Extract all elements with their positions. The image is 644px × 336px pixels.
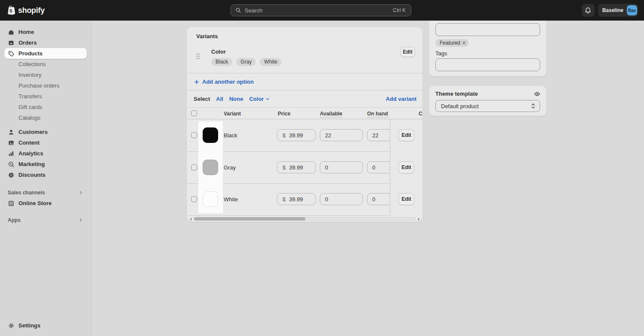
variant-row-gray: Gray $ 39.99 [187, 151, 422, 183]
sidebar-item-label: Purchase orders [18, 82, 59, 89]
sidebar-item-discounts[interactable]: Discounts [4, 170, 87, 180]
sidebar-item-content[interactable]: Content [4, 137, 87, 148]
column-header-on-hand: On hand [367, 111, 388, 118]
sidebar-item-label: Content [18, 139, 39, 146]
row-edit-button[interactable]: Edit [398, 193, 414, 205]
color-swatch-gray [203, 160, 218, 175]
price-input[interactable]: $ 39.99 [277, 193, 316, 205]
row-checkbox[interactable] [191, 164, 197, 170]
logo-wordmark: shopify [18, 6, 45, 15]
sidebar-item-label: Gift cards [18, 104, 43, 110]
sidebar-item-label: Catalogs [18, 115, 40, 121]
sidebar-item-catalogs[interactable]: Catalogs [4, 112, 87, 123]
theme-template-title: Theme template [435, 91, 478, 97]
variant-name: Gray [224, 164, 236, 171]
search-shortcut: Ctrl K [393, 7, 406, 13]
tag-chip-label: Featured [440, 40, 460, 46]
available-input[interactable] [320, 193, 363, 205]
shopify-logo[interactable]: S shopify [6, 0, 45, 21]
row-edit-button[interactable]: Edit [398, 129, 414, 141]
sidebar-item-label: Home [18, 29, 34, 35]
global-search[interactable]: Ctrl K [231, 4, 411, 16]
sidebar-item-marketing[interactable]: Marketing [4, 159, 87, 170]
add-variant-button[interactable]: Add variant [386, 96, 416, 102]
option-edit-button[interactable]: Edit [400, 47, 415, 57]
tags-label: Tags [435, 50, 447, 57]
row-checkbox[interactable] [191, 196, 197, 202]
variant-table-header: Variant Price Available On hand C [187, 107, 422, 119]
sidebar-item-label: Collections [18, 61, 46, 67]
store-avatar: Bas [627, 5, 637, 15]
sidebar-item-settings[interactable]: Settings [4, 320, 87, 331]
sidebar-item-transfers[interactable]: Transfers [4, 91, 87, 102]
remove-tag-icon[interactable] [462, 41, 466, 45]
select-by-option-label: Color [249, 96, 264, 102]
option-values: Black Gray White [211, 58, 282, 66]
horizontal-scrollbar [187, 216, 422, 222]
drag-handle-icon[interactable] [196, 53, 200, 60]
sidebar-item-products[interactable]: Products [4, 48, 87, 59]
sidebar-item-inventory[interactable]: Inventory [4, 70, 87, 80]
notifications-button[interactable] [582, 4, 595, 17]
available-input[interactable] [320, 129, 363, 141]
bell-icon [584, 7, 592, 14]
image-icon [8, 139, 15, 146]
currency-prefix: $ [283, 196, 286, 203]
tags-input[interactable] [435, 58, 540, 71]
search-input[interactable] [245, 7, 389, 14]
currency-prefix: $ [283, 164, 286, 171]
sidebar-section-sales-channels[interactable]: Sales channels [4, 187, 87, 198]
select-all-button[interactable]: All [216, 96, 223, 102]
theme-template-card: Theme template Default product [429, 86, 547, 116]
sidebar-item-customers[interactable]: Customers [4, 127, 87, 137]
sidebar-item-label: Settings [18, 322, 40, 329]
color-swatch-black [203, 127, 218, 143]
sidebar-item-orders[interactable]: Orders [4, 37, 87, 48]
product-type-input[interactable] [435, 23, 540, 36]
price-value: 39.99 [289, 132, 303, 139]
add-another-option-label: Add another option [202, 79, 254, 85]
sidebar-item-purchase-orders[interactable]: Purchase orders [4, 80, 87, 91]
variants-card-title: Variants [196, 33, 218, 39]
variant-name: White [224, 196, 238, 203]
orders-icon [8, 39, 15, 46]
theme-template-select[interactable]: Default product [435, 100, 540, 112]
home-icon [8, 29, 15, 36]
row-edit-button[interactable]: Edit [398, 161, 414, 173]
sidebar-item-label: Online Store [18, 200, 52, 206]
price-input[interactable]: $ 39.99 [277, 161, 316, 173]
sidebar-section-apps[interactable]: Apps [4, 215, 87, 225]
topbar: S shopify Ctrl K Baseline Bas [0, 0, 644, 21]
sidebar-item-collections[interactable]: Collections [4, 59, 87, 70]
column-header-price: Price [278, 111, 290, 117]
eye-icon [534, 91, 541, 97]
section-label: Sales channels [8, 190, 45, 196]
sidebar-item-label: Transfers [18, 93, 42, 100]
sidebar-item-online-store[interactable]: Online Store [4, 198, 87, 209]
scrollbar-thumb[interactable] [194, 217, 305, 221]
store-menu-button[interactable]: Baseline Bas [598, 4, 638, 17]
select-all-checkbox[interactable] [191, 110, 197, 116]
row-actions-column: Edit Edit Edit [390, 119, 422, 216]
select-by-option-dropdown[interactable]: Color [249, 96, 270, 102]
sidebar-item-analytics[interactable]: Analytics [4, 148, 87, 159]
select-none-button[interactable]: None [229, 96, 243, 102]
up-down-chevron-icon [531, 103, 536, 109]
search-icon [235, 7, 241, 13]
scroll-right-arrow[interactable] [416, 217, 420, 221]
add-another-option-button[interactable]: Add another option [187, 73, 422, 90]
available-input[interactable] [320, 161, 363, 173]
variant-row-black: Black $ 39.99 [187, 119, 422, 151]
row-checkbox[interactable] [191, 132, 197, 138]
scrollbar-track[interactable] [194, 217, 416, 221]
scroll-left-arrow[interactable] [189, 217, 193, 221]
sidebar-item-gift-cards[interactable]: Gift cards [4, 102, 87, 112]
sidebar-item-label: Orders [18, 39, 37, 46]
preview-button[interactable] [533, 90, 541, 98]
price-value: 39.99 [289, 164, 303, 171]
price-input[interactable]: $ 39.99 [277, 129, 316, 141]
variant-name: Black [224, 132, 237, 139]
chevron-right-icon [78, 218, 83, 223]
sidebar-item-label: Marketing [18, 161, 45, 167]
sidebar-item-home[interactable]: Home [4, 27, 87, 37]
